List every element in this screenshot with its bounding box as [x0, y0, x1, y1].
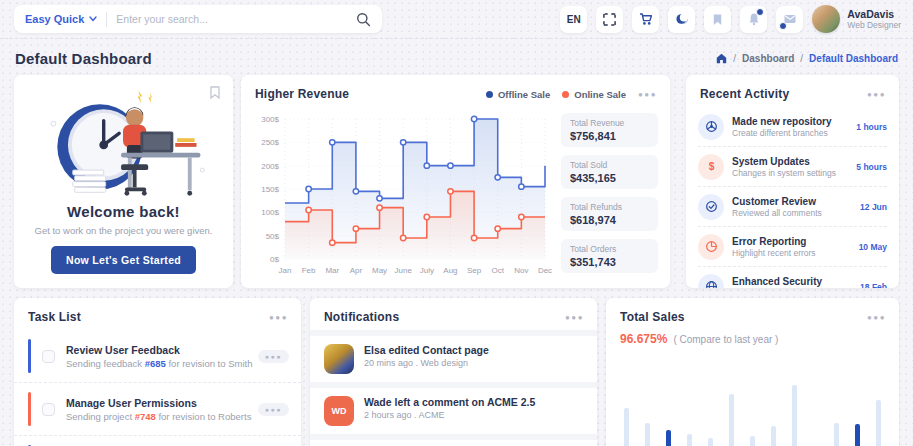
- user-name: AvaDavis: [847, 8, 901, 21]
- svg-text:0$: 0$: [270, 255, 279, 264]
- stat-value: $756,841: [570, 130, 649, 142]
- legend-offline-sale[interactable]: Offline Sale: [486, 89, 550, 100]
- svg-text:May: May: [372, 266, 387, 275]
- stat-label: Total Revenue: [570, 118, 649, 128]
- task-ref[interactable]: #685: [145, 358, 166, 369]
- task-checkbox[interactable]: [42, 403, 55, 416]
- legend-dot-offline: [486, 91, 493, 98]
- svg-text:250$: 250$: [261, 138, 279, 147]
- avatar: WD: [324, 396, 354, 426]
- activity-item-subtitle: Create different branches: [732, 128, 848, 138]
- activity-item-title: Made new repository: [732, 116, 848, 127]
- search-icon[interactable]: [356, 12, 371, 27]
- breadcrumb-dashboard[interactable]: Dashboard: [742, 53, 794, 64]
- pie-chart-icon: [698, 234, 724, 260]
- notification-meta: 2 hours ago . ACME: [364, 410, 535, 420]
- avatar: [324, 344, 354, 374]
- notification-item[interactable]: Jade shared the file isometric 2.0 4 hou…: [310, 440, 597, 446]
- task-checkbox[interactable]: [42, 350, 55, 363]
- revenue-stats: Total Revenue $756,841 Total Sold $435,1…: [561, 113, 658, 273]
- notifications-button[interactable]: [740, 6, 767, 33]
- notification-title: Wade left a comment on ACME 2.5: [364, 396, 535, 408]
- chart-legend: Offline Sale Online Sale: [486, 89, 626, 100]
- topbar-separator: [0, 38, 913, 39]
- stat-value: $351,743: [570, 256, 649, 268]
- breadcrumb-current: Default Dashboard: [809, 53, 898, 64]
- moon-icon: [675, 12, 689, 26]
- cart-icon: [639, 12, 653, 26]
- notification-badge: [756, 8, 764, 16]
- task-title: Manage User Permissions: [66, 397, 247, 409]
- sales-bar-chart: [618, 378, 887, 446]
- svg-text:Aug: Aug: [443, 266, 457, 275]
- svg-text:Oct: Oct: [492, 266, 505, 275]
- home-icon[interactable]: [716, 53, 727, 64]
- svg-text:Sep: Sep: [467, 266, 482, 275]
- task-accent-bar: [28, 392, 31, 426]
- notifications-card: Notifications ●●● Elsa edited Contact pa…: [310, 298, 597, 446]
- user-menu[interactable]: AvaDavis Web Designer: [812, 5, 901, 33]
- breadcrumb-separator: /: [800, 53, 803, 64]
- stat-label: Total Sold: [570, 160, 649, 170]
- activity-title: Recent Activity: [700, 87, 867, 101]
- topbar-actions: EN AvaDavis Web Designer: [560, 5, 901, 33]
- stat-label: Total Orders: [570, 244, 649, 254]
- recent-activity-card: Recent Activity ●●● Made new repository …: [686, 75, 899, 288]
- notification-meta: 20 mins ago . Web design: [364, 358, 489, 368]
- svg-text:Mar: Mar: [325, 266, 339, 275]
- tasks-title: Task List: [28, 310, 269, 324]
- card-menu-button[interactable]: ●●●: [867, 90, 886, 99]
- globe-icon: [698, 274, 724, 289]
- card-menu-button[interactable]: ●●●: [269, 313, 288, 322]
- search-input[interactable]: [116, 13, 347, 25]
- activity-item-time: 12 Jun: [860, 202, 887, 212]
- messages-badge: [779, 22, 787, 30]
- avatar: [812, 5, 840, 33]
- notification-item[interactable]: WD Wade left a comment on ACME 2.5 2 hou…: [310, 388, 597, 434]
- language-button[interactable]: EN: [560, 6, 587, 33]
- svg-text:150$: 150$: [261, 185, 279, 194]
- card-menu-button[interactable]: ●●●: [867, 313, 886, 322]
- chevron-down-icon: [89, 16, 97, 22]
- legend-label: Offline Sale: [498, 89, 550, 100]
- activity-item-subtitle: Reviewed all comments: [732, 208, 852, 218]
- task-subtitle: Sending project #748 for revision to Rob…: [66, 411, 247, 422]
- get-started-button[interactable]: Now Let's Get Started: [51, 246, 196, 274]
- page-title: Default Dashboard: [15, 50, 152, 67]
- activity-item: Customer Review Reviewed all comments 12…: [698, 186, 887, 226]
- task-list-card: Task List ●●● Review User Feedback Sendi…: [14, 298, 301, 446]
- user-role: Web Designer: [847, 20, 901, 30]
- card-menu-button[interactable]: ●●●: [565, 313, 584, 322]
- svg-text:200$: 200$: [261, 162, 279, 171]
- sales-title: Total Sales: [620, 310, 867, 324]
- card-bookmark-icon[interactable]: [209, 85, 221, 103]
- cart-button[interactable]: [632, 6, 659, 33]
- task-ref[interactable]: #748: [135, 411, 156, 422]
- activity-item-subtitle: Provides timely alert: [732, 288, 852, 289]
- card-menu-button[interactable]: ●●●: [638, 90, 657, 99]
- repository-icon: [698, 114, 724, 140]
- activity-item-subtitle: Changes in system settings: [732, 168, 848, 178]
- stat-total-sold: Total Sold $435,165: [561, 155, 658, 189]
- activity-item: $ System Updates Changes in system setti…: [698, 146, 887, 186]
- task-menu-button[interactable]: ●●●: [258, 403, 289, 416]
- bookmark-icon: [711, 13, 724, 26]
- quick-menu-dropdown[interactable]: Easy Quick: [25, 13, 97, 25]
- task-menu-button[interactable]: ●●●: [258, 350, 289, 363]
- activity-item-title: Enhanced Security: [732, 276, 852, 287]
- sales-percent: 96.675%: [620, 332, 667, 346]
- svg-text:Feb: Feb: [302, 266, 316, 275]
- welcome-subtitle: Get to work on the project you were give…: [14, 225, 233, 236]
- svg-text:June: June: [395, 266, 413, 275]
- notification-item[interactable]: Elsa edited Contact page 20 mins ago . W…: [310, 336, 597, 382]
- fullscreen-button[interactable]: [596, 6, 623, 33]
- dark-mode-button[interactable]: [668, 6, 695, 33]
- legend-online-sale[interactable]: Online Sale: [562, 89, 626, 100]
- breadcrumb-separator: /: [733, 53, 736, 64]
- svg-text:Dec: Dec: [538, 266, 552, 275]
- legend-dot-online: [562, 91, 569, 98]
- activity-item-subtitle: Highlight recent errors: [732, 248, 851, 258]
- sales-summary: 96.675% ( Compare to last year ): [606, 330, 899, 346]
- bookmark-button[interactable]: [704, 6, 731, 33]
- messages-button[interactable]: [776, 6, 803, 33]
